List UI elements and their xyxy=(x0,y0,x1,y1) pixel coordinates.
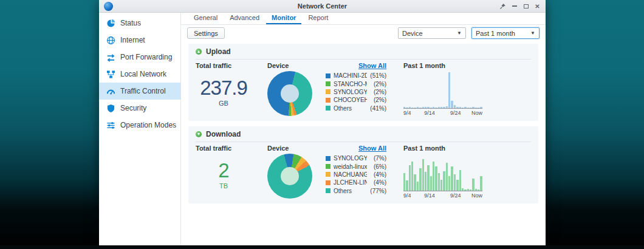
legend-name: STANCHO-MAC xyxy=(334,81,367,87)
legend-item: weidah-linux(6%) xyxy=(326,162,386,170)
download-bar-chart: 9/4 9/14 9/24 Now xyxy=(386,155,531,199)
legend-item: Others(41%) xyxy=(326,104,386,112)
download-total: 2 TB xyxy=(196,160,252,199)
port-forwarding-icon xyxy=(106,53,115,62)
legend-color-swatch xyxy=(326,98,331,103)
sidebar-item-operation-modes[interactable]: Operation Modes xyxy=(99,117,180,134)
legend-item: MACHINI-2DF...(51%) xyxy=(326,72,386,80)
legend-color-swatch xyxy=(326,172,331,177)
legend-color-swatch xyxy=(326,164,331,169)
legend-color-swatch xyxy=(326,81,331,86)
show-all-link[interactable]: Show All xyxy=(326,145,386,152)
legend-color-swatch xyxy=(326,73,331,78)
download-device-donut xyxy=(267,154,312,199)
desktop-bottom-strip xyxy=(0,245,644,249)
tab-general[interactable]: General xyxy=(188,12,223,24)
legend-item: SYNOLOGYRO...(7%) xyxy=(326,154,386,162)
status-icon xyxy=(106,19,115,28)
device-column-label: Device xyxy=(267,145,326,152)
sidebar-item-label: Local Network xyxy=(120,70,166,78)
download-axis: 9/4 9/14 9/24 Now xyxy=(403,191,482,199)
legend-name: weidah-linux xyxy=(334,163,367,170)
download-status-icon: ▼ xyxy=(196,131,202,137)
upload-title: Upload xyxy=(206,47,231,56)
axis-tick: 9/4 xyxy=(403,110,411,116)
upload-status-icon: ▲ xyxy=(196,49,202,55)
legend-color-swatch xyxy=(326,180,331,185)
device-filter-select[interactable]: Device ▼ xyxy=(398,27,466,39)
sidebar-item-label: Status xyxy=(120,19,141,27)
total-traffic-label: Total traffic xyxy=(196,145,267,152)
sidebar: Status Internet Port Forwarding Local Ne… xyxy=(99,13,181,249)
legend-item: CHOCOYEH(2%) xyxy=(326,96,386,104)
sidebar-item-label: Internet xyxy=(120,36,145,44)
network-center-window: Network Center ✕ Status Internet Port Fo… xyxy=(99,0,546,249)
legend-pct: (4%) xyxy=(367,171,386,178)
legend-name: SYNOLOGYRO... xyxy=(334,89,367,95)
legend-item: STANCHO-MAC(2%) xyxy=(326,80,386,87)
sidebar-item-local-network[interactable]: Local Network xyxy=(99,66,180,83)
close-icon[interactable]: ✕ xyxy=(534,3,541,10)
donut-hole xyxy=(281,167,299,185)
legend-name: Others xyxy=(334,105,367,112)
upload-axis: 9/4 9/14 9/24 Now xyxy=(403,109,482,116)
sidebar-item-traffic-control[interactable]: Traffic Control xyxy=(99,83,180,100)
download-total-value: 2 xyxy=(196,160,252,182)
legend-name: MACHINI-2DF... xyxy=(334,72,367,79)
tab-monitor[interactable]: Monitor xyxy=(266,12,301,24)
globe-icon xyxy=(106,36,115,45)
toolbar: Settings Device ▼ Past 1 month ▼ xyxy=(181,25,546,41)
download-section: ▼ Download Total traffic Device Show All… xyxy=(188,126,538,203)
total-traffic-label: Total traffic xyxy=(196,62,267,70)
legend-pct: (41%) xyxy=(367,105,386,112)
download-bars xyxy=(403,155,482,191)
sidebar-item-status[interactable]: Status xyxy=(99,15,180,32)
sidebar-item-internet[interactable]: Internet xyxy=(99,32,180,49)
minimize-icon[interactable] xyxy=(511,3,518,10)
settings-button[interactable]: Settings xyxy=(187,27,225,39)
pin-icon[interactable] xyxy=(499,3,506,10)
tab-advanced[interactable]: Advanced xyxy=(224,12,265,24)
device-filter-value: Device xyxy=(402,30,423,37)
axis-tick: 9/24 xyxy=(450,110,461,116)
tab-report[interactable]: Report xyxy=(303,12,334,24)
sidebar-item-label: Traffic Control xyxy=(120,87,166,95)
upload-total-unit: GB xyxy=(196,100,252,107)
legend-pct: (6%) xyxy=(367,163,386,170)
traffic-control-icon xyxy=(106,87,115,96)
download-legend: SYNOLOGYRO...(7%) weidah-linux(6%) NACHU… xyxy=(326,154,386,199)
period-column-label: Past 1 month xyxy=(386,62,531,70)
upload-section: ▲ Upload Total traffic Device Show All P… xyxy=(188,44,538,121)
legend-color-swatch xyxy=(326,106,331,111)
axis-tick: 9/14 xyxy=(424,193,435,199)
operation-modes-icon xyxy=(106,121,115,130)
window-controls: ✕ xyxy=(499,3,541,10)
window-titlebar[interactable]: Network Center ✕ xyxy=(99,0,546,13)
upload-header: ▲ Upload xyxy=(196,47,531,60)
legend-pct: (4%) xyxy=(367,179,386,186)
legend-name: CHOCOYEH xyxy=(334,97,367,103)
legend-item: Others(77%) xyxy=(326,187,386,195)
legend-pct: (2%) xyxy=(367,81,386,87)
sidebar-item-security[interactable]: Security xyxy=(99,100,180,117)
legend-pct: (7%) xyxy=(367,155,386,162)
maximize-icon[interactable] xyxy=(522,3,529,10)
app-logo-icon xyxy=(104,2,113,11)
legend-pct: (2%) xyxy=(367,97,386,103)
period-filter-select[interactable]: Past 1 month ▼ xyxy=(471,27,540,39)
legend-color-swatch xyxy=(326,188,331,193)
legend-name: SYNOLOGYRO... xyxy=(334,155,367,162)
legend-name: Others xyxy=(334,188,367,194)
shield-icon xyxy=(106,104,115,113)
upload-total-value: 237.9 xyxy=(196,78,252,99)
upload-grid: Total traffic Device Show All Past 1 mon… xyxy=(196,62,531,116)
axis-tick: Now xyxy=(471,193,482,199)
show-all-link[interactable]: Show All xyxy=(326,62,386,69)
sidebar-item-port-forwarding[interactable]: Port Forwarding xyxy=(99,49,180,66)
tab-bar: General Advanced Monitor Report xyxy=(181,13,546,25)
main-panel: General Advanced Monitor Report Settings… xyxy=(181,13,546,249)
legend-pct: (77%) xyxy=(367,188,386,194)
upload-total: 237.9 GB xyxy=(196,78,252,116)
period-column-label: Past 1 month xyxy=(386,145,531,152)
period-filter-value: Past 1 month xyxy=(476,30,515,37)
